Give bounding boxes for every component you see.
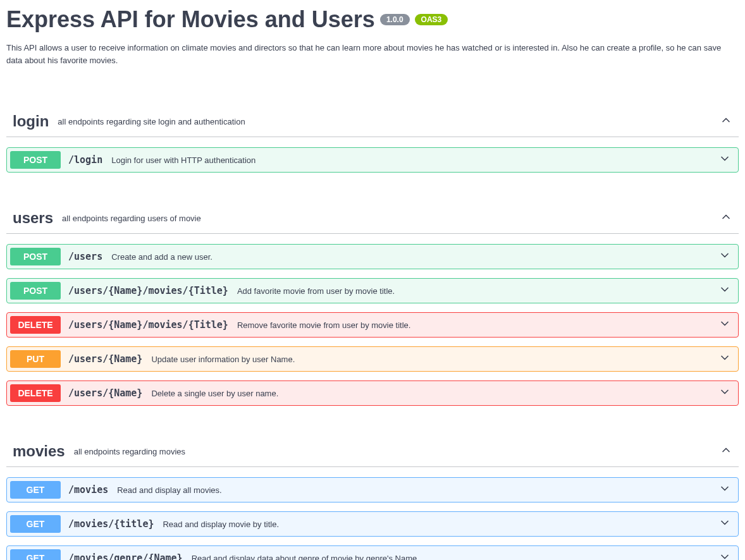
method-badge: GET xyxy=(10,481,61,499)
operation-path: /login xyxy=(68,154,102,166)
operation-summary: Login for user with HTTP authentication xyxy=(111,155,718,165)
api-description: This API allows a user to receive inform… xyxy=(6,42,739,66)
chevron-up-icon xyxy=(720,444,732,459)
operation-summary: Remove favorite movie from user by movie… xyxy=(237,320,718,330)
method-badge: POST xyxy=(10,248,61,265)
oas-badge: OAS3 xyxy=(415,14,448,25)
section-description: all endpoints regarding users of movie xyxy=(62,214,720,223)
section-description: all endpoints regarding movies xyxy=(74,447,720,456)
chevron-down-icon xyxy=(718,152,735,167)
chevron-down-icon xyxy=(718,482,735,497)
operation-row[interactable]: POST/usersCreate and add a new user. xyxy=(6,244,739,269)
operation-summary: Read and display data about genre of mov… xyxy=(192,554,718,561)
operation-path: /users/{Name}/movies/{Title} xyxy=(68,285,228,296)
operation-summary: Read and display all movies. xyxy=(117,485,718,495)
chevron-down-icon xyxy=(718,386,735,401)
method-badge: POST xyxy=(10,151,61,169)
operation-path: /users/{Name} xyxy=(68,353,142,365)
operation-path: /movies/genre/{Name} xyxy=(68,552,183,560)
operation-row[interactable]: GET/moviesRead and display all movies. xyxy=(6,477,739,502)
method-badge: DELETE xyxy=(10,316,61,334)
operation-summary: Update user information by user Name. xyxy=(151,355,718,364)
section-movies: moviesall endpoints regarding moviesGET/… xyxy=(6,437,739,560)
operation-path: /users/{Name}/movies/{Title} xyxy=(68,319,228,331)
chevron-down-icon xyxy=(718,516,735,532)
operation-path: /users/{Name} xyxy=(68,387,142,399)
method-badge: GET xyxy=(10,515,61,533)
operation-path: /users xyxy=(68,251,102,262)
operation-row[interactable]: DELETE/users/{Name}Delete a single user … xyxy=(6,380,739,406)
chevron-up-icon xyxy=(720,210,732,226)
section-name: movies xyxy=(13,442,65,460)
chevron-up-icon xyxy=(720,114,732,129)
section-login: loginall endpoints regarding site login … xyxy=(6,107,739,173)
chevron-down-icon xyxy=(718,317,735,332)
section-name: users xyxy=(13,209,53,227)
operation-row[interactable]: DELETE/users/{Name}/movies/{Title}Remove… xyxy=(6,312,739,338)
chevron-down-icon xyxy=(718,551,735,560)
section-header-users[interactable]: usersall endpoints regarding users of mo… xyxy=(6,204,739,234)
section-users: usersall endpoints regarding users of mo… xyxy=(6,204,739,406)
operation-path: /movies xyxy=(68,484,108,496)
section-header-movies[interactable]: moviesall endpoints regarding movies xyxy=(6,437,739,467)
chevron-down-icon xyxy=(718,351,735,367)
operation-summary: Add favorite movie from user by movie ti… xyxy=(237,286,718,296)
section-name: login xyxy=(13,113,49,130)
operation-row[interactable]: POST/users/{Name}/movies/{Title}Add favo… xyxy=(6,278,739,303)
operation-row[interactable]: GET/movies/genre/{Name}Read and display … xyxy=(6,545,739,560)
operation-summary: Read and display movie by title. xyxy=(163,520,718,529)
method-badge: DELETE xyxy=(10,384,61,402)
chevron-down-icon xyxy=(718,249,735,264)
operation-row[interactable]: GET/movies/{title}Read and display movie… xyxy=(6,511,739,537)
api-header: Express API for Movies and Users 1.0.0 O… xyxy=(6,0,739,76)
section-description: all endpoints regarding site login and a… xyxy=(58,117,720,126)
api-title: Express API for Movies and Users xyxy=(6,6,375,33)
method-badge: PUT xyxy=(10,350,61,368)
operation-summary: Delete a single user by user name. xyxy=(151,389,718,398)
method-badge: POST xyxy=(10,282,61,300)
operation-row[interactable]: PUT/users/{Name}Update user information … xyxy=(6,346,739,372)
chevron-down-icon xyxy=(718,283,735,298)
method-badge: GET xyxy=(10,549,61,560)
section-header-login[interactable]: loginall endpoints regarding site login … xyxy=(6,107,739,137)
version-badge: 1.0.0 xyxy=(380,14,410,25)
operation-summary: Create and add a new user. xyxy=(111,252,718,262)
operation-path: /movies/{title} xyxy=(68,518,154,530)
operation-row[interactable]: POST/loginLogin for user with HTTP authe… xyxy=(6,147,739,173)
